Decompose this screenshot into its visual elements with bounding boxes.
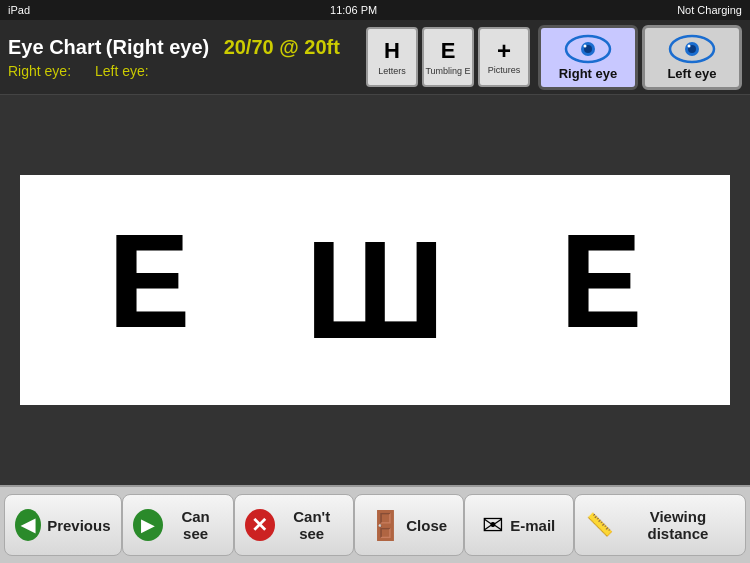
left-eye-button[interactable]: Left eye: [642, 25, 742, 90]
email-button[interactable]: ✉ E-mail: [464, 494, 574, 556]
right-eye-icon: [563, 34, 613, 64]
pictures-chart-button[interactable]: + Pictures: [478, 27, 530, 87]
app-header: Eye Chart (Right eye) 20/70 @ 20ft Right…: [0, 20, 750, 95]
can-see-icon: ▶: [133, 509, 163, 541]
chart-character-2: Ш: [305, 220, 446, 360]
pictures-label: Pictures: [488, 65, 521, 75]
eye-labels-row: Right eye: Left eye:: [8, 63, 366, 79]
main-display-area: E Ш E: [0, 95, 750, 485]
chart-type-selector: H Letters E Tumbling E + Pictures: [366, 27, 530, 87]
viewing-distance-icon: 📏: [585, 509, 615, 541]
vision-score: 20/70 @ 20ft: [224, 36, 340, 58]
letters-label: Letters: [378, 66, 406, 76]
left-eye-label: Left eye:: [95, 63, 149, 79]
previous-label: Previous: [47, 517, 110, 534]
right-eye-button-label: Right eye: [559, 66, 618, 81]
right-eye-label: Right eye:: [8, 63, 71, 79]
letters-symbol: H: [384, 38, 400, 64]
e-character-normal: E: [107, 220, 191, 360]
email-label: E-mail: [510, 517, 555, 534]
chart-character-1: E: [107, 220, 191, 360]
e-character-normal-2: E: [559, 220, 643, 360]
cant-see-icon: ✕: [245, 509, 275, 541]
chart-character-3: E: [559, 220, 643, 360]
bottom-toolbar: ◀ Previous ▶ Can see ✕ Can't see 🚪 Close…: [0, 485, 750, 563]
viewing-distance-label: Viewing distance: [621, 508, 735, 542]
tumbling-e-label: Tumbling E: [425, 66, 470, 76]
left-eye-icon: [667, 34, 717, 64]
can-see-label: Can see: [169, 508, 223, 542]
right-eye-button[interactable]: Right eye: [538, 25, 638, 90]
battery-status: Not Charging: [677, 4, 742, 16]
svg-point-7: [688, 44, 691, 47]
title-row: Eye Chart (Right eye) 20/70 @ 20ft: [8, 36, 366, 59]
device-name: iPad: [8, 4, 30, 16]
tumbling-e-chart-button[interactable]: E Tumbling E: [422, 27, 474, 87]
sha-character: Ш: [305, 220, 446, 360]
previous-button[interactable]: ◀ Previous: [4, 494, 122, 556]
close-button[interactable]: 🚪 Close: [354, 494, 464, 556]
app-title: Eye Chart: [8, 36, 101, 58]
svg-point-3: [584, 44, 587, 47]
pictures-symbol: +: [497, 39, 511, 63]
eye-selector-group: Right eye Left eye: [538, 25, 742, 90]
current-eye-label: (Right eye): [106, 36, 209, 58]
viewing-distance-button[interactable]: 📏 Viewing distance: [574, 494, 746, 556]
tumbling-e-symbol: E: [441, 38, 456, 64]
time-display: 11:06 PM: [330, 4, 377, 16]
cant-see-button[interactable]: ✕ Can't see: [234, 494, 354, 556]
close-icon: 🚪: [370, 509, 400, 541]
left-eye-button-label: Left eye: [667, 66, 716, 81]
header-left: Eye Chart (Right eye) 20/70 @ 20ft Right…: [8, 36, 366, 79]
previous-icon: ◀: [15, 509, 41, 541]
close-label: Close: [406, 517, 447, 534]
can-see-button[interactable]: ▶ Can see: [122, 494, 234, 556]
eye-chart-display: E Ш E: [20, 175, 730, 405]
letters-chart-button[interactable]: H Letters: [366, 27, 418, 87]
status-bar: iPad 11:06 PM Not Charging: [0, 0, 750, 20]
cant-see-label: Can't see: [281, 508, 343, 542]
email-icon: ✉: [482, 510, 504, 541]
